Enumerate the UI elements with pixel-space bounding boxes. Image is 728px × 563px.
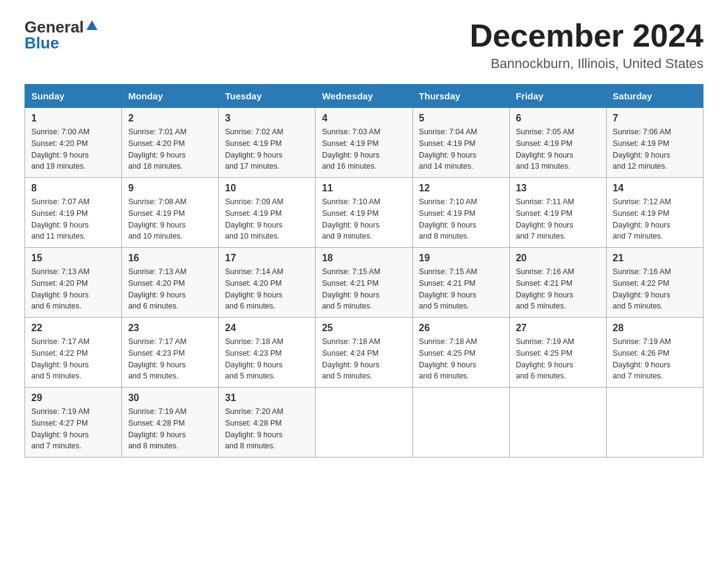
calendar-cell: 10 Sunrise: 7:09 AM Sunset: 4:19 PM Dayl… — [219, 178, 316, 248]
day-number: 19 — [419, 253, 503, 264]
calendar-cell: 15 Sunrise: 7:13 AM Sunset: 4:20 PM Dayl… — [25, 248, 122, 318]
day-info: Sunrise: 7:00 AM Sunset: 4:20 PM Dayligh… — [31, 126, 115, 172]
day-info: Sunrise: 7:19 AM Sunset: 4:26 PM Dayligh… — [613, 336, 697, 382]
title-block: December 2024 Bannockburn, Illinois, Uni… — [469, 18, 703, 72]
calendar-cell: 28 Sunrise: 7:19 AM Sunset: 4:26 PM Dayl… — [606, 318, 703, 388]
day-number: 18 — [322, 253, 406, 264]
day-info: Sunrise: 7:20 AM Sunset: 4:28 PM Dayligh… — [225, 406, 309, 452]
day-info: Sunrise: 7:14 AM Sunset: 4:20 PM Dayligh… — [225, 266, 309, 312]
day-number: 6 — [516, 113, 600, 124]
calendar-table: Sunday Monday Tuesday Wednesday Thursday… — [25, 84, 703, 458]
calendar-cell: 12 Sunrise: 7:10 AM Sunset: 4:19 PM Dayl… — [412, 178, 509, 248]
day-number: 27 — [516, 323, 600, 334]
day-info: Sunrise: 7:06 AM Sunset: 4:19 PM Dayligh… — [613, 126, 697, 172]
calendar-cell: 17 Sunrise: 7:14 AM Sunset: 4:20 PM Dayl… — [219, 248, 316, 318]
day-number: 7 — [613, 113, 697, 124]
logo: General Blue — [25, 18, 99, 53]
subtitle: Bannockburn, Illinois, United States — [469, 56, 703, 72]
calendar-cell — [412, 388, 509, 458]
day-info: Sunrise: 7:07 AM Sunset: 4:19 PM Dayligh… — [31, 196, 115, 242]
calendar-cell — [606, 388, 703, 458]
calendar-cell: 23 Sunrise: 7:17 AM Sunset: 4:23 PM Dayl… — [122, 318, 219, 388]
calendar-cell: 8 Sunrise: 7:07 AM Sunset: 4:19 PM Dayli… — [25, 178, 122, 248]
day-number: 24 — [225, 323, 309, 334]
day-number: 17 — [225, 253, 309, 264]
day-number: 8 — [31, 183, 115, 194]
day-number: 20 — [516, 253, 600, 264]
calendar-week-4: 22 Sunrise: 7:17 AM Sunset: 4:22 PM Dayl… — [25, 318, 703, 388]
calendar-cell: 27 Sunrise: 7:19 AM Sunset: 4:25 PM Dayl… — [509, 318, 606, 388]
day-info: Sunrise: 7:09 AM Sunset: 4:19 PM Dayligh… — [225, 196, 309, 242]
calendar-cell: 7 Sunrise: 7:06 AM Sunset: 4:19 PM Dayli… — [606, 108, 703, 178]
day-number: 10 — [225, 183, 309, 194]
day-info: Sunrise: 7:18 AM Sunset: 4:25 PM Dayligh… — [419, 336, 503, 382]
day-info: Sunrise: 7:18 AM Sunset: 4:23 PM Dayligh… — [225, 336, 309, 382]
day-info: Sunrise: 7:13 AM Sunset: 4:20 PM Dayligh… — [128, 266, 212, 312]
day-number: 30 — [128, 393, 212, 404]
day-number: 3 — [225, 113, 309, 124]
day-number: 16 — [128, 253, 212, 264]
header-sunday: Sunday — [25, 85, 122, 108]
calendar-body: 1 Sunrise: 7:00 AM Sunset: 4:20 PM Dayli… — [25, 108, 703, 458]
day-number: 31 — [225, 393, 309, 404]
day-info: Sunrise: 7:10 AM Sunset: 4:19 PM Dayligh… — [419, 196, 503, 242]
calendar-cell: 31 Sunrise: 7:20 AM Sunset: 4:28 PM Dayl… — [219, 388, 316, 458]
day-info: Sunrise: 7:16 AM Sunset: 4:22 PM Dayligh… — [613, 266, 697, 312]
header-saturday: Saturday — [606, 85, 703, 108]
day-number: 11 — [322, 183, 406, 194]
day-number: 29 — [31, 393, 115, 404]
calendar-cell: 5 Sunrise: 7:04 AM Sunset: 4:19 PM Dayli… — [412, 108, 509, 178]
day-number: 15 — [31, 253, 115, 264]
calendar-cell: 13 Sunrise: 7:11 AM Sunset: 4:19 PM Dayl… — [509, 178, 606, 248]
day-info: Sunrise: 7:01 AM Sunset: 4:20 PM Dayligh… — [128, 126, 212, 172]
calendar-cell: 26 Sunrise: 7:18 AM Sunset: 4:25 PM Dayl… — [412, 318, 509, 388]
calendar-cell: 14 Sunrise: 7:12 AM Sunset: 4:19 PM Dayl… — [606, 178, 703, 248]
day-number: 2 — [128, 113, 212, 124]
day-number: 9 — [128, 183, 212, 194]
calendar-cell — [316, 388, 412, 458]
calendar-header: Sunday Monday Tuesday Wednesday Thursday… — [25, 85, 703, 108]
day-info: Sunrise: 7:19 AM Sunset: 4:28 PM Dayligh… — [128, 406, 212, 452]
day-info: Sunrise: 7:04 AM Sunset: 4:19 PM Dayligh… — [419, 126, 503, 172]
day-info: Sunrise: 7:19 AM Sunset: 4:25 PM Dayligh… — [516, 336, 600, 382]
page-header: General Blue December 2024 Bannockburn, … — [25, 18, 703, 72]
calendar-week-3: 15 Sunrise: 7:13 AM Sunset: 4:20 PM Dayl… — [25, 248, 703, 318]
calendar-cell: 18 Sunrise: 7:15 AM Sunset: 4:21 PM Dayl… — [316, 248, 412, 318]
calendar-cell: 19 Sunrise: 7:15 AM Sunset: 4:21 PM Dayl… — [412, 248, 509, 318]
calendar-cell: 29 Sunrise: 7:19 AM Sunset: 4:27 PM Dayl… — [25, 388, 122, 458]
calendar-cell: 9 Sunrise: 7:08 AM Sunset: 4:19 PM Dayli… — [122, 178, 219, 248]
day-info: Sunrise: 7:11 AM Sunset: 4:19 PM Dayligh… — [516, 196, 600, 242]
day-number: 25 — [322, 323, 406, 334]
day-info: Sunrise: 7:18 AM Sunset: 4:24 PM Dayligh… — [322, 336, 406, 382]
calendar-cell: 20 Sunrise: 7:16 AM Sunset: 4:21 PM Dayl… — [509, 248, 606, 318]
day-number: 14 — [613, 183, 697, 194]
day-number: 5 — [419, 113, 503, 124]
header-tuesday: Tuesday — [219, 85, 316, 108]
calendar-week-2: 8 Sunrise: 7:07 AM Sunset: 4:19 PM Dayli… — [25, 178, 703, 248]
day-number: 26 — [419, 323, 503, 334]
day-number: 13 — [516, 183, 600, 194]
day-info: Sunrise: 7:10 AM Sunset: 4:19 PM Dayligh… — [322, 196, 406, 242]
day-info: Sunrise: 7:03 AM Sunset: 4:19 PM Dayligh… — [322, 126, 406, 172]
calendar-week-1: 1 Sunrise: 7:00 AM Sunset: 4:20 PM Dayli… — [25, 108, 703, 178]
header-monday: Monday — [122, 85, 219, 108]
calendar-cell: 30 Sunrise: 7:19 AM Sunset: 4:28 PM Dayl… — [122, 388, 219, 458]
day-number: 1 — [31, 113, 115, 124]
day-info: Sunrise: 7:13 AM Sunset: 4:20 PM Dayligh… — [31, 266, 115, 312]
header-row: Sunday Monday Tuesday Wednesday Thursday… — [25, 85, 703, 108]
calendar-cell: 21 Sunrise: 7:16 AM Sunset: 4:22 PM Dayl… — [606, 248, 703, 318]
calendar-cell: 11 Sunrise: 7:10 AM Sunset: 4:19 PM Dayl… — [316, 178, 412, 248]
calendar-cell: 2 Sunrise: 7:01 AM Sunset: 4:20 PM Dayli… — [122, 108, 219, 178]
day-info: Sunrise: 7:02 AM Sunset: 4:19 PM Dayligh… — [225, 126, 309, 172]
header-wednesday: Wednesday — [316, 85, 412, 108]
calendar-week-5: 29 Sunrise: 7:19 AM Sunset: 4:27 PM Dayl… — [25, 388, 703, 458]
main-title: December 2024 — [469, 18, 703, 53]
day-number: 28 — [613, 323, 697, 334]
day-info: Sunrise: 7:05 AM Sunset: 4:19 PM Dayligh… — [516, 126, 600, 172]
header-friday: Friday — [509, 85, 606, 108]
day-info: Sunrise: 7:15 AM Sunset: 4:21 PM Dayligh… — [322, 266, 406, 312]
logo-icon — [85, 19, 99, 33]
logo-blue-text: Blue — [25, 34, 59, 53]
day-info: Sunrise: 7:15 AM Sunset: 4:21 PM Dayligh… — [419, 266, 503, 312]
day-info: Sunrise: 7:19 AM Sunset: 4:27 PM Dayligh… — [31, 406, 115, 452]
